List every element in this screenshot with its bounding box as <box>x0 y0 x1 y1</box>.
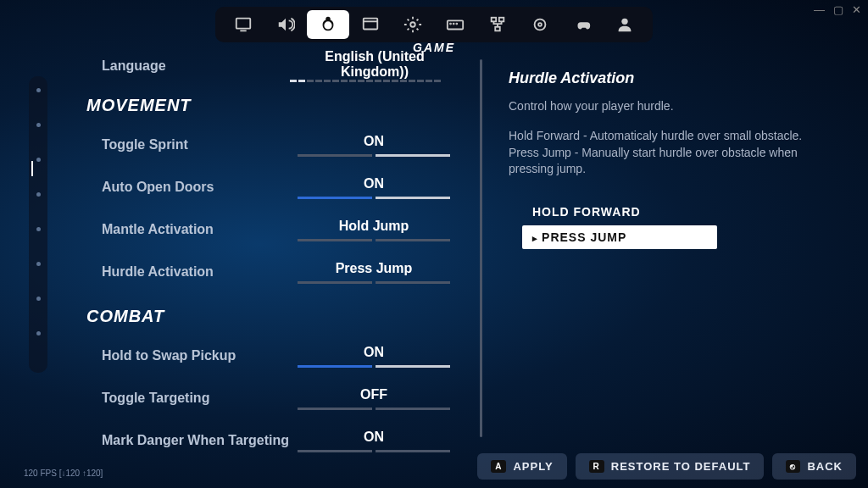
setting-track <box>298 239 450 241</box>
svg-point-6 <box>450 24 451 25</box>
svg-rect-11 <box>495 27 500 31</box>
setting-value: OFF <box>360 387 387 402</box>
setting-row[interactable]: Auto Pick Up WeaponsOFF <box>86 462 459 473</box>
back-button[interactable]: ⎋ BACK <box>772 453 856 480</box>
svg-point-7 <box>453 24 454 25</box>
setting-value: ON <box>364 134 384 149</box>
setting-control[interactable]: ON <box>288 134 459 157</box>
restore-default-button[interactable]: R RESTORE TO DEFAULT <box>576 453 765 480</box>
tab-video[interactable] <box>222 10 264 39</box>
section-header: COMBAT <box>86 307 459 326</box>
bottom-button-bar: A APPLY R RESTORE TO DEFAULT ⎋ BACK <box>477 453 856 480</box>
setting-control[interactable]: Press Jump <box>288 261 459 284</box>
setting-track <box>298 450 450 452</box>
svg-rect-0 <box>236 19 251 29</box>
tab-game[interactable] <box>307 10 349 39</box>
svg-rect-5 <box>448 20 463 29</box>
maximize-button[interactable]: ▢ <box>833 3 843 16</box>
tab-gear2[interactable] <box>392 10 434 39</box>
sidebar-dot[interactable] <box>36 297 41 301</box>
close-button[interactable]: ✕ <box>852 3 861 16</box>
setting-label: Toggle Sprint <box>86 137 288 152</box>
detail-option[interactable]: PRESS JUMP <box>522 225 717 249</box>
setting-control[interactable]: OFF <box>288 387 459 410</box>
svg-rect-9 <box>492 18 497 22</box>
sidebar-dot[interactable] <box>36 88 41 92</box>
svg-point-8 <box>456 24 457 25</box>
setting-value: ON <box>364 176 384 191</box>
svg-point-13 <box>538 23 542 26</box>
setting-row[interactable]: Toggle SprintON <box>86 124 459 166</box>
setting-row[interactable]: Hurdle ActivationPress Jump <box>86 251 459 293</box>
sidebar-dot[interactable] <box>36 262 41 266</box>
tab-ui[interactable] <box>349 10 392 39</box>
section-sidebar[interactable] <box>29 76 47 373</box>
setting-control[interactable]: ON <box>288 345 459 368</box>
sidebar-active-marker <box>31 161 33 176</box>
tab-controller[interactable] <box>561 10 604 39</box>
setting-control[interactable]: OFF <box>288 472 459 474</box>
language-ticks <box>290 80 442 82</box>
setting-row[interactable]: Mantle ActivationHold Jump <box>86 208 459 251</box>
svg-rect-2 <box>364 19 378 30</box>
detail-title: Hurdle Activation <box>509 69 848 87</box>
detail-subtitle: Control how your player hurdle. <box>509 99 848 113</box>
setting-control[interactable]: ON <box>288 176 459 199</box>
setting-track <box>298 365 450 368</box>
apply-button[interactable]: A APPLY <box>477 453 566 480</box>
setting-track <box>298 281 450 284</box>
detail-description: Hold Forward - Automaticaly hurdle over … <box>509 128 831 178</box>
detail-option[interactable]: HOLD FORWARD <box>522 200 848 224</box>
svg-point-14 <box>621 19 627 25</box>
setting-value: ON <box>364 430 384 445</box>
setting-track <box>298 408 450 410</box>
detail-options: HOLD FORWARDPRESS JUMP <box>509 200 848 251</box>
svg-point-12 <box>535 19 546 30</box>
detail-panel: Hurdle Activation Control how your playe… <box>509 69 848 251</box>
svg-point-4 <box>410 22 415 27</box>
setting-value: Press Jump <box>336 261 413 276</box>
window-controls: — ▢ ✕ <box>814 3 861 16</box>
setting-value: ON <box>364 345 384 360</box>
button-label: RESTORE TO DEFAULT <box>611 460 751 473</box>
sidebar-dot[interactable] <box>36 227 41 231</box>
vertical-divider[interactable] <box>480 59 482 437</box>
tab-keyboard[interactable] <box>434 10 476 39</box>
setting-value: OFF <box>360 472 387 474</box>
key-badge: A <box>491 460 506 473</box>
setting-row[interactable]: Hold to Swap PickupON <box>86 335 459 377</box>
setting-control[interactable]: ON <box>288 430 459 452</box>
fps-counter: 120 FPS [↓120 ↑120] <box>24 469 103 478</box>
settings-list: Language English (United Kingdom)) MOVEM… <box>86 49 459 473</box>
tab-account[interactable] <box>604 10 646 39</box>
setting-row[interactable]: Toggle TargetingOFF <box>86 377 459 419</box>
setting-label: Toggle Targeting <box>86 391 288 406</box>
setting-row[interactable]: Mark Danger When TargetingON <box>86 419 459 462</box>
setting-control[interactable]: Hold Jump <box>288 219 459 241</box>
language-label: Language <box>86 58 290 74</box>
tab-config[interactable] <box>519 10 561 39</box>
top-tab-bar <box>215 7 653 42</box>
setting-track <box>298 197 450 199</box>
setting-label: Hold to Swap Pickup <box>86 348 288 363</box>
setting-track <box>298 154 450 157</box>
setting-label: Auto Open Doors <box>86 180 288 195</box>
svg-rect-10 <box>499 18 504 22</box>
setting-value: Hold Jump <box>339 219 409 234</box>
setting-label: Mark Danger When Targeting <box>86 433 288 448</box>
setting-row[interactable]: Auto Open DoorsON <box>86 166 459 208</box>
sidebar-dot[interactable] <box>36 331 41 336</box>
sidebar-dot[interactable] <box>36 192 41 197</box>
setting-label: Hurdle Activation <box>86 264 288 280</box>
tab-network[interactable] <box>476 10 519 39</box>
minimize-button[interactable]: — <box>814 3 825 16</box>
key-badge: ⎋ <box>786 460 800 473</box>
sidebar-dot[interactable] <box>36 123 41 127</box>
button-label: BACK <box>807 460 843 473</box>
key-badge: R <box>589 460 604 473</box>
language-row[interactable]: Language English (United Kingdom)) <box>86 49 459 82</box>
language-value: English (United Kingdom)) <box>290 49 459 80</box>
tab-audio[interactable] <box>264 10 307 39</box>
section-header: MOVEMENT <box>86 96 459 115</box>
sidebar-dot[interactable] <box>36 158 41 162</box>
